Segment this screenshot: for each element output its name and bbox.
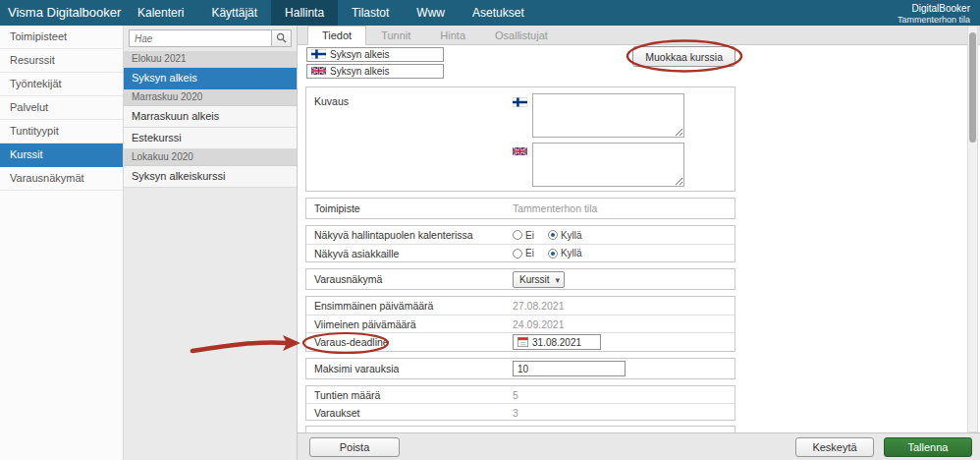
- nav-item-kayttajat[interactable]: Käyttäjät: [197, 0, 271, 26]
- hours-count-value: 5: [513, 389, 518, 401]
- tab-tiedot[interactable]: Tiedot: [307, 26, 366, 45]
- scrollbar-thumb[interactable]: [969, 32, 976, 143]
- app-window: Visma Digitalbooker Kalenteri Käyttäjät …: [0, 0, 980, 460]
- chevron-down-icon: [556, 274, 561, 285]
- description-en-textarea[interactable]: [532, 143, 684, 187]
- nav-item-asetukset[interactable]: Asetukset: [459, 0, 538, 26]
- visible-admin-radio-no[interactable]: Ei: [513, 230, 534, 241]
- edit-course-button[interactable]: Muokkaa kurssia: [632, 46, 735, 67]
- radio-yes-label: Kyllä: [561, 230, 582, 241]
- location-label: Toimipiste: [314, 202, 513, 214]
- description-box: Kuvaus: [305, 86, 735, 192]
- uk-flag-icon: [311, 66, 326, 78]
- max-bookings-label: Maksimi varauksia: [314, 363, 513, 374]
- tab-tunnit[interactable]: Tunnit: [366, 26, 425, 45]
- sidebar-item-palvelut[interactable]: Palvelut: [0, 96, 123, 120]
- bookings-count-value: 3: [513, 407, 518, 419]
- booking-deadline-label: Varaus-deadline: [314, 336, 513, 348]
- visible-customers-radio-yes[interactable]: Kyllä: [548, 248, 582, 259]
- course-name-en-field[interactable]: Syksyn alkeis: [306, 64, 444, 79]
- max-bookings-box: Maksimi varauksia: [305, 358, 735, 379]
- sidebar-item-tuntityypit[interactable]: Tuntityypit: [0, 120, 123, 144]
- visible-customers-radio-no[interactable]: Ei: [513, 248, 534, 259]
- main-menu: Kalenteri Käyttäjät Hallinta Tilastot Ww…: [124, 0, 538, 26]
- description-label: Kuvaus: [314, 95, 349, 107]
- calendar-icon: [517, 336, 528, 349]
- first-date-label: Ensimmäinen päivämäärä: [314, 300, 513, 312]
- description-fi-row: [513, 93, 727, 138]
- hours-count-label: Tuntien määrä: [314, 389, 513, 401]
- save-button[interactable]: Tallenna: [884, 437, 972, 457]
- top-navbar: Visma Digitalbooker Kalenteri Käyttäjät …: [0, 0, 980, 26]
- booking-view-box: Varausnäkymä Kurssit: [305, 268, 735, 290]
- user-account-menu[interactable]: DigitalBooker Tammenterhon tila: [898, 0, 980, 26]
- radio-no-label: Ei: [525, 248, 534, 259]
- radio-yes-label: Kyllä: [561, 248, 582, 259]
- location-value: Tammenterhon tila: [513, 202, 597, 214]
- radio-circle-icon: [513, 249, 522, 259]
- list-group-header: Marraskuu 2020: [124, 89, 297, 106]
- location-box: Toimipiste Tammenterhon tila: [305, 198, 735, 219]
- max-bookings-input[interactable]: [513, 361, 626, 376]
- tab-bar: Tiedot Tunnit Hinta Osallistujat: [298, 26, 980, 45]
- app-brand: Visma Digitalbooker: [0, 0, 124, 26]
- course-name-fi-field[interactable]: Syksyn alkeis: [306, 47, 444, 62]
- sidebar: Toimipisteet Resurssit Työntekijät Palve…: [0, 26, 124, 460]
- last-date-label: Viimeinen päivämäärä: [314, 318, 513, 330]
- nav-item-kalenteri[interactable]: Kalenteri: [124, 0, 197, 26]
- radio-circle-icon: [513, 230, 522, 240]
- list-group-header: Elokuu 2021: [124, 51, 297, 68]
- list-item[interactable]: Syksyn alkeis: [124, 68, 297, 89]
- finland-flag-icon: [513, 93, 527, 111]
- search-input[interactable]: [129, 29, 271, 47]
- finland-flag-icon: [311, 49, 326, 61]
- bookings-count-label: Varaukset: [314, 407, 513, 419]
- search-icon: [276, 29, 287, 47]
- sidebar-item-varausnakymat[interactable]: Varausnäkymät: [0, 167, 123, 191]
- course-name-en-value: Syksyn alkeis: [330, 66, 390, 77]
- visible-customers-label: Näkyvä asiakkaille: [314, 248, 513, 259]
- nav-item-hallinta[interactable]: Hallinta: [271, 0, 338, 26]
- search-button[interactable]: [271, 29, 292, 47]
- sidebar-item-toimipisteet[interactable]: Toimipisteet: [0, 26, 123, 49]
- list-item[interactable]: Estekurssi: [124, 128, 297, 149]
- sidebar-item-resurssit[interactable]: Resurssit: [0, 49, 123, 73]
- first-date-value: 27.08.2021: [513, 300, 565, 312]
- user-location-name: Tammenterhon tila: [898, 15, 970, 25]
- course-form: Syksyn alkeis Syksyn alkeis Muokkaa kurs…: [305, 45, 737, 438]
- nav-item-tilastot[interactable]: Tilastot: [338, 0, 403, 26]
- visible-admin-radio-yes[interactable]: Kyllä: [548, 230, 582, 241]
- description-en-row: [513, 143, 727, 187]
- visible-admin-label: Näkyvä hallintapuolen kalenterissa: [314, 229, 513, 241]
- tab-osallistujat[interactable]: Osallistujat: [480, 26, 563, 45]
- counts-box: Tuntien määrä 5 Varaukset 3: [305, 385, 735, 421]
- last-date-value: 24.09.2021: [513, 318, 565, 330]
- list-group-header: Lokakuu 2020: [124, 149, 297, 166]
- booking-view-selected-value: Kurssit: [519, 274, 550, 285]
- radio-no-label: Ei: [525, 230, 534, 241]
- cancel-button[interactable]: Keskeytä: [795, 437, 874, 457]
- sidebar-item-tyontekijat[interactable]: Työntekijät: [0, 73, 123, 96]
- radio-circle-icon: [548, 249, 558, 259]
- uk-flag-icon: [513, 143, 527, 160]
- description-fi-textarea[interactable]: [532, 93, 684, 138]
- list-item[interactable]: Marraskuun alkeis: [124, 106, 297, 128]
- booking-deadline-input[interactable]: 31.08.2021: [513, 334, 601, 350]
- delete-button[interactable]: Poista: [309, 437, 400, 457]
- course-name-fi-value: Syksyn alkeis: [330, 49, 390, 60]
- booking-view-select[interactable]: Kurssit: [513, 271, 565, 288]
- list-item[interactable]: Syksyn alkeiskurssi: [124, 166, 297, 188]
- booking-view-label: Varausnäkymä: [314, 273, 513, 285]
- sidebar-item-kurssit[interactable]: Kurssit: [0, 144, 123, 167]
- dates-box: Ensimmäinen päivämäärä 27.08.2021 Viimei…: [305, 296, 735, 352]
- user-account-name: DigitalBooker: [898, 3, 970, 15]
- course-list-panel: Elokuu 2021 Syksyn alkeis Marraskuu 2020…: [124, 26, 298, 460]
- bottom-action-bar: Poista Keskeytä Tallenna: [298, 432, 980, 460]
- course-search-row: [124, 26, 297, 51]
- booking-deadline-value: 31.08.2021: [532, 337, 581, 348]
- radio-circle-icon: [548, 230, 558, 240]
- vertical-scrollbar[interactable]: [967, 26, 978, 432]
- tab-hinta[interactable]: Hinta: [425, 26, 480, 45]
- main-content: Tiedot Tunnit Hinta Osallistujat Syksyn …: [298, 26, 980, 460]
- nav-item-www[interactable]: Www: [403, 0, 459, 26]
